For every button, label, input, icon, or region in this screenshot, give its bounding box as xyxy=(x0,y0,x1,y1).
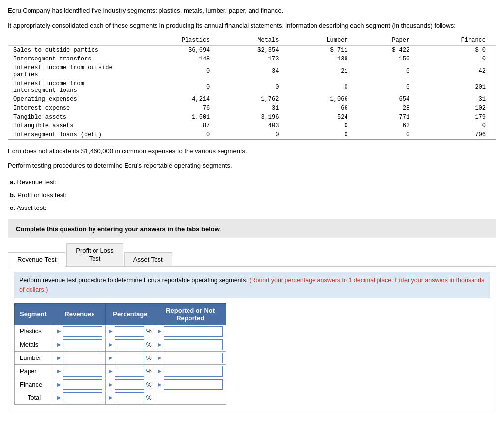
pct-input-plastics[interactable] xyxy=(115,326,144,337)
rev-input-finance[interactable] xyxy=(63,379,102,390)
data-cell-4-4: 31 xyxy=(419,95,496,104)
data-cell-1-0: 148 xyxy=(136,55,220,63)
data-cell-0-3: $ 422 xyxy=(358,46,420,55)
data-cell-0-0: $6,694 xyxy=(136,46,220,55)
data-cell-5-0: 76 xyxy=(136,104,220,113)
data-cell-8-4: 706 xyxy=(419,130,496,139)
pct-cell-5: ▶% xyxy=(106,391,155,404)
pct-input-total[interactable] xyxy=(115,392,144,403)
rev-cell-1: ▶ xyxy=(54,338,106,351)
rev-input-total[interactable] xyxy=(63,392,102,403)
pct-cell-0: ▶% xyxy=(106,325,155,338)
revenue-segment-table: Segment Revenues Percentage Reported or … xyxy=(14,303,226,405)
tab-asset[interactable]: Asset Test xyxy=(124,252,172,266)
reported-input-finance[interactable] xyxy=(164,379,223,390)
pct-sign-3: % xyxy=(146,368,152,375)
question-b: b. Profit or loss test: xyxy=(10,189,496,202)
pct-sign-1: % xyxy=(146,341,152,348)
pct-triangle-1: ▶ xyxy=(109,342,113,347)
seg-label-5: Total xyxy=(15,391,54,404)
data-cell-7-1: 403 xyxy=(220,121,288,130)
rev-input-paper[interactable] xyxy=(63,366,102,377)
pct-input-paper[interactable] xyxy=(115,366,144,377)
pct-input-metals[interactable] xyxy=(115,339,144,350)
data-row-label-2: Interest income from outside parties xyxy=(8,63,136,79)
rev-cell-5: ▶ xyxy=(54,391,106,404)
data-cell-1-2: 138 xyxy=(288,55,357,63)
rev-triangle-4: ▶ xyxy=(57,382,61,387)
reported-input-lumber[interactable] xyxy=(164,353,223,363)
th-percentage: Percentage xyxy=(106,303,155,325)
banner-text: Complete this question by entering your … xyxy=(16,225,221,233)
data-cell-3-4: 201 xyxy=(419,79,496,95)
data-cell-5-4: 102 xyxy=(419,104,496,113)
data-cell-4-1: 1,762 xyxy=(220,95,288,104)
data-cell-6-1: 3,196 xyxy=(220,113,288,121)
seg-label-1: Metals xyxy=(15,338,54,351)
reported-cell-3: ▶ xyxy=(155,364,226,378)
pct-input-finance[interactable] xyxy=(115,379,144,390)
pct-input-lumber[interactable] xyxy=(115,353,144,363)
data-cell-4-3: 654 xyxy=(358,95,420,104)
reported-input-metals[interactable] xyxy=(164,339,223,350)
data-cell-2-0: 0 xyxy=(136,63,220,79)
reported-cell-0: ▶ xyxy=(155,325,226,338)
data-cell-8-0: 0 xyxy=(136,130,220,139)
data-cell-6-3: 771 xyxy=(358,113,420,121)
pct-triangle-2: ▶ xyxy=(109,355,113,360)
data-cell-2-3: 0 xyxy=(358,63,420,79)
rev-input-metals[interactable] xyxy=(63,339,102,350)
tab-content-revenue: Perform revenue test procedure to determ… xyxy=(8,267,496,410)
data-cell-6-2: 524 xyxy=(288,113,357,121)
reported-cell-1: ▶ xyxy=(155,338,226,351)
rep-triangle-4: ▶ xyxy=(158,382,162,387)
seg-label-0: Plastics xyxy=(15,325,54,338)
data-cell-2-4: 42 xyxy=(419,63,496,79)
reported-input-paper[interactable] xyxy=(164,366,223,377)
data-cell-5-2: 66 xyxy=(288,104,357,113)
th-revenues: Revenues xyxy=(54,303,106,325)
rev-input-plastics[interactable] xyxy=(63,326,102,337)
data-table-wrapper: Plastics Metals Lumber Paper Finance Sal… xyxy=(8,35,496,140)
data-cell-7-3: 63 xyxy=(358,121,420,130)
data-cell-1-1: 173 xyxy=(220,55,288,63)
pct-sign-2: % xyxy=(146,355,152,361)
tab-instruction-main: Perform revenue test procedure to determ… xyxy=(19,277,248,284)
pct-sign-5: % xyxy=(146,394,152,401)
rev-triangle-3: ▶ xyxy=(57,368,61,374)
pct-cell-1: ▶% xyxy=(106,338,155,351)
data-cell-3-1: 0 xyxy=(220,79,288,95)
data-row-label-8: Intersegment loans (debt) xyxy=(8,130,136,139)
data-cell-7-2: 0 xyxy=(288,121,357,130)
question-c: c. Asset test: xyxy=(10,202,496,214)
reported-cell-2: ▶ xyxy=(155,351,226,364)
rev-cell-0: ▶ xyxy=(54,325,106,338)
rep-triangle-2: ▶ xyxy=(158,355,162,360)
page-container: Ecru Company has identified five industr… xyxy=(0,0,504,416)
reported-cell-5 xyxy=(155,391,226,404)
rep-triangle-3: ▶ xyxy=(158,368,162,374)
data-cell-7-4: 0 xyxy=(419,121,496,130)
rev-triangle-1: ▶ xyxy=(57,342,61,347)
reported-input-plastics[interactable] xyxy=(164,326,223,337)
intro-line2: It appropriately consolidated each of th… xyxy=(8,21,496,30)
pct-triangle-0: ▶ xyxy=(109,328,113,334)
pct-sign-4: % xyxy=(146,381,152,388)
instruction-banner: Complete this question by entering your … xyxy=(8,219,496,238)
pct-cell-2: ▶% xyxy=(106,351,155,364)
rev-triangle-5: ▶ xyxy=(57,395,61,400)
data-cell-1-3: 150 xyxy=(358,55,420,63)
pct-sign-0: % xyxy=(146,328,152,335)
pct-triangle-5: ▶ xyxy=(109,395,113,400)
note1: Ecru does not allocate its $1,460,000 in… xyxy=(8,147,496,157)
tab-revenue[interactable]: Revenue Test xyxy=(8,252,65,267)
rev-input-lumber[interactable] xyxy=(63,353,102,363)
data-cell-5-1: 31 xyxy=(220,104,288,113)
data-cell-2-2: 21 xyxy=(288,63,357,79)
data-cell-0-2: $ 711 xyxy=(288,46,357,55)
rev-triangle-0: ▶ xyxy=(57,328,61,334)
data-cell-8-2: 0 xyxy=(288,130,357,139)
reported-cell-4: ▶ xyxy=(155,378,226,391)
tab-profit-loss[interactable]: Profit or LossTest xyxy=(66,243,123,267)
data-cell-3-0: 0 xyxy=(136,79,220,95)
